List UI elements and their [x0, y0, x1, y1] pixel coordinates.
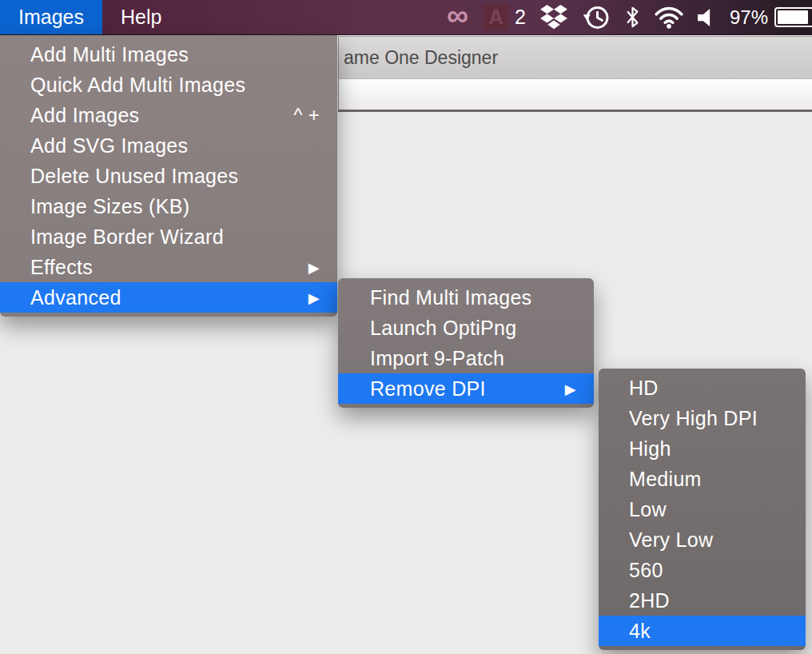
advanced-submenu: Find Multi ImagesLaunch OptiPngImport 9-… — [338, 278, 594, 408]
menu-item-find-multi-images[interactable]: Find Multi Images — [338, 282, 594, 313]
menu-item-remove-dpi[interactable]: Remove DPI▶ — [338, 373, 594, 404]
menu-item-image-sizes-kb[interactable]: Image Sizes (KB) — [0, 191, 337, 221]
menu-item-label: 4k — [629, 620, 788, 643]
menu-item-label: Advanced — [30, 286, 299, 309]
menu-item-label: Add Images — [30, 104, 284, 127]
images-menu: Add Multi ImagesQuick Add Multi ImagesAd… — [0, 35, 337, 317]
submenu-arrow-icon: ▶ — [565, 381, 576, 398]
menu-item-label: Image Border Wizard — [30, 225, 320, 249]
battery-percent: 97% — [730, 6, 768, 29]
menubar: Images Help ∞ A 2 — [0, 0, 812, 35]
submenu-arrow-icon: ▶ — [308, 289, 320, 307]
menu-item-high[interactable]: High — [599, 433, 806, 464]
menu-item-very-high-dpi[interactable]: Very High DPI — [599, 403, 806, 433]
menu-item-quick-add-multi-images[interactable]: Quick Add Multi Images — [0, 70, 337, 100]
menu-item-label: 560 — [629, 559, 788, 582]
time-machine-icon[interactable] — [575, 0, 618, 34]
window-toolbar — [338, 79, 812, 112]
menu-item-label: Launch OptiPng — [370, 317, 576, 340]
menu-item-advanced[interactable]: Advanced▶ — [0, 282, 337, 313]
battery-icon — [774, 7, 812, 27]
menu-item-very-low[interactable]: Very Low — [599, 524, 806, 555]
menu-item-label: HD — [629, 377, 788, 400]
menu-item-hd[interactable]: HD — [599, 373, 806, 403]
menubar-status-area: ∞ A 2 — [440, 0, 812, 34]
menu-item-label: 2HD — [629, 589, 788, 612]
adobe-updates-icon[interactable]: A 2 — [476, 0, 533, 34]
menu-item-low[interactable]: Low — [599, 494, 806, 524]
menu-item-label: Very Low — [629, 528, 788, 552]
adobe-updates-badge: 2 — [515, 6, 526, 29]
menubar-item-label: Images — [18, 6, 84, 29]
menu-item-add-multi-images[interactable]: Add Multi Images — [0, 39, 337, 70]
window-title: ame One Designer — [344, 47, 498, 69]
menu-item-label: Low — [629, 498, 788, 521]
menu-item-560[interactable]: 560 — [599, 555, 806, 585]
dropbox-icon[interactable] — [533, 0, 575, 34]
menu-item-label: Image Sizes (KB) — [30, 195, 320, 218]
menu-item-medium[interactable]: Medium — [599, 464, 806, 494]
window-titlebar[interactable]: ame One Designer — [338, 36, 812, 79]
menu-item-image-border-wizard[interactable]: Image Border Wizard — [0, 221, 337, 252]
menu-item-import-9-patch[interactable]: Import 9-Patch — [338, 343, 594, 373]
menu-item-label: High — [629, 437, 788, 461]
wifi-icon[interactable] — [647, 0, 691, 34]
menubar-item-label: Help — [121, 6, 161, 29]
menubar-item-help[interactable]: Help — [102, 0, 180, 34]
menu-item-4k[interactable]: 4k — [599, 616, 806, 646]
menu-item-label: Find Multi Images — [370, 286, 576, 309]
menu-item-add-images[interactable]: Add Images^ + — [0, 100, 337, 130]
menu-item-shortcut: ^ + — [293, 104, 320, 126]
menu-item-2hd[interactable]: 2HD — [599, 585, 806, 616]
menu-item-label: Remove DPI — [370, 377, 555, 401]
menu-item-launch-optipng[interactable]: Launch OptiPng — [338, 313, 594, 343]
menu-item-label: Import 9-Patch — [370, 347, 576, 370]
remove-dpi-submenu: HDVery High DPIHighMediumLowVery Low5602… — [599, 369, 806, 650]
app-window: ame One Designer — [338, 36, 812, 112]
menubar-item-images[interactable]: Images — [0, 0, 102, 34]
menu-item-label: Delete Unused Images — [30, 165, 320, 188]
volume-icon[interactable] — [691, 0, 722, 34]
menu-item-delete-unused-images[interactable]: Delete Unused Images — [0, 161, 337, 191]
creative-cloud-icon[interactable]: ∞ — [440, 0, 476, 34]
bluetooth-icon[interactable] — [618, 0, 647, 34]
menu-item-label: Very High DPI — [629, 407, 788, 430]
menu-item-label: Effects — [30, 256, 299, 279]
menu-item-label: Add Multi Images — [30, 43, 320, 66]
submenu-arrow-icon: ▶ — [308, 259, 320, 277]
menu-item-add-svg-images[interactable]: Add SVG Images — [0, 130, 337, 161]
menu-item-label: Quick Add Multi Images — [30, 74, 320, 97]
menu-item-effects[interactable]: Effects▶ — [0, 252, 337, 282]
menu-item-label: Medium — [629, 468, 788, 491]
menu-item-label: Add SVG Images — [30, 134, 320, 158]
battery-status[interactable]: 97% — [722, 0, 812, 34]
